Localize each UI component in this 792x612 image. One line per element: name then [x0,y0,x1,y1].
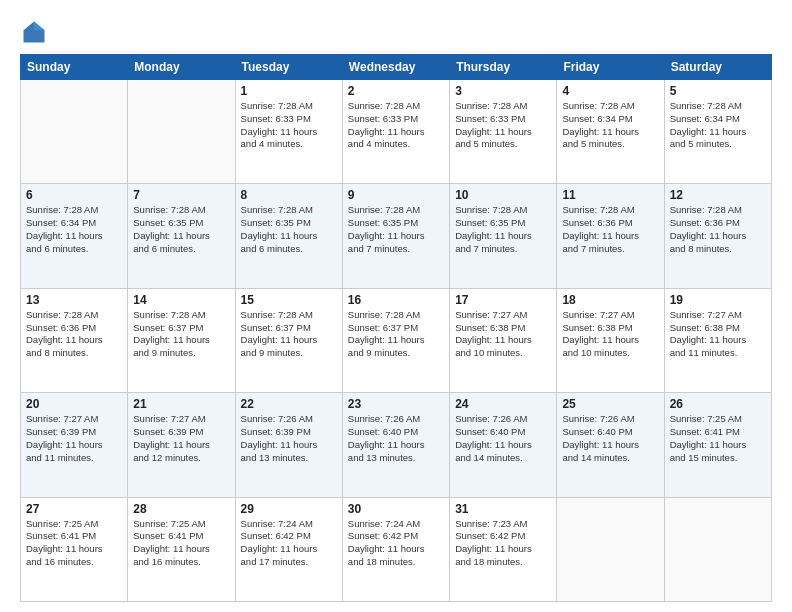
cell-line1: Sunrise: 7:28 AM [455,100,551,113]
day-number: 27 [26,502,122,516]
cell-line2: Sunset: 6:34 PM [562,113,658,126]
day-number: 26 [670,397,766,411]
cell-line1: Sunrise: 7:26 AM [241,413,337,426]
cell-line4: and 13 minutes. [348,452,444,465]
day-number: 16 [348,293,444,307]
cell-line1: Sunrise: 7:28 AM [348,309,444,322]
cell-line2: Sunset: 6:39 PM [26,426,122,439]
cell-line3: Daylight: 11 hours [348,543,444,556]
day-number: 15 [241,293,337,307]
cell-line4: and 10 minutes. [562,347,658,360]
calendar-table: SundayMondayTuesdayWednesdayThursdayFrid… [20,54,772,602]
cell-line4: and 4 minutes. [348,138,444,151]
cell-line4: and 6 minutes. [133,243,229,256]
cell-line2: Sunset: 6:35 PM [455,217,551,230]
cell-line2: Sunset: 6:38 PM [670,322,766,335]
day-number: 12 [670,188,766,202]
weekday-friday: Friday [557,55,664,80]
day-number: 21 [133,397,229,411]
cell-line3: Daylight: 11 hours [455,230,551,243]
cell-line3: Daylight: 11 hours [455,543,551,556]
calendar-cell: 31Sunrise: 7:23 AMSunset: 6:42 PMDayligh… [450,497,557,601]
cell-line4: and 9 minutes. [348,347,444,360]
day-number: 22 [241,397,337,411]
cell-line2: Sunset: 6:37 PM [241,322,337,335]
calendar-cell: 1Sunrise: 7:28 AMSunset: 6:33 PMDaylight… [235,80,342,184]
calendar-cell: 20Sunrise: 7:27 AMSunset: 6:39 PMDayligh… [21,393,128,497]
cell-line2: Sunset: 6:40 PM [455,426,551,439]
day-number: 11 [562,188,658,202]
day-number: 2 [348,84,444,98]
cell-line2: Sunset: 6:39 PM [133,426,229,439]
weekday-sunday: Sunday [21,55,128,80]
cell-line3: Daylight: 11 hours [26,439,122,452]
calendar-cell: 23Sunrise: 7:26 AMSunset: 6:40 PMDayligh… [342,393,449,497]
cell-line2: Sunset: 6:36 PM [26,322,122,335]
week-row-1: 1Sunrise: 7:28 AMSunset: 6:33 PMDaylight… [21,80,772,184]
cell-line3: Daylight: 11 hours [670,439,766,452]
cell-line1: Sunrise: 7:28 AM [133,309,229,322]
cell-line2: Sunset: 6:37 PM [133,322,229,335]
cell-line1: Sunrise: 7:28 AM [562,100,658,113]
day-number: 30 [348,502,444,516]
cell-line3: Daylight: 11 hours [670,230,766,243]
cell-line1: Sunrise: 7:27 AM [455,309,551,322]
calendar-cell: 15Sunrise: 7:28 AMSunset: 6:37 PMDayligh… [235,288,342,392]
calendar-cell: 19Sunrise: 7:27 AMSunset: 6:38 PMDayligh… [664,288,771,392]
cell-line4: and 10 minutes. [455,347,551,360]
cell-line1: Sunrise: 7:25 AM [670,413,766,426]
cell-line3: Daylight: 11 hours [241,334,337,347]
cell-line1: Sunrise: 7:28 AM [348,204,444,217]
cell-line1: Sunrise: 7:27 AM [133,413,229,426]
cell-line3: Daylight: 11 hours [562,334,658,347]
cell-line2: Sunset: 6:38 PM [562,322,658,335]
cell-line2: Sunset: 6:41 PM [26,530,122,543]
week-row-2: 6Sunrise: 7:28 AMSunset: 6:34 PMDaylight… [21,184,772,288]
cell-line2: Sunset: 6:42 PM [348,530,444,543]
cell-line1: Sunrise: 7:27 AM [670,309,766,322]
cell-line4: and 11 minutes. [670,347,766,360]
cell-line3: Daylight: 11 hours [670,126,766,139]
cell-line2: Sunset: 6:36 PM [562,217,658,230]
calendar-cell: 30Sunrise: 7:24 AMSunset: 6:42 PMDayligh… [342,497,449,601]
day-number: 10 [455,188,551,202]
cell-line4: and 16 minutes. [26,556,122,569]
cell-line4: and 11 minutes. [26,452,122,465]
day-number: 13 [26,293,122,307]
cell-line1: Sunrise: 7:28 AM [26,204,122,217]
cell-line2: Sunset: 6:40 PM [348,426,444,439]
cell-line3: Daylight: 11 hours [348,439,444,452]
cell-line3: Daylight: 11 hours [455,439,551,452]
weekday-tuesday: Tuesday [235,55,342,80]
cell-line4: and 8 minutes. [26,347,122,360]
week-row-4: 20Sunrise: 7:27 AMSunset: 6:39 PMDayligh… [21,393,772,497]
cell-line2: Sunset: 6:35 PM [348,217,444,230]
cell-line3: Daylight: 11 hours [133,230,229,243]
calendar-cell: 11Sunrise: 7:28 AMSunset: 6:36 PMDayligh… [557,184,664,288]
weekday-wednesday: Wednesday [342,55,449,80]
cell-line1: Sunrise: 7:28 AM [455,204,551,217]
cell-line1: Sunrise: 7:25 AM [133,518,229,531]
cell-line2: Sunset: 6:33 PM [455,113,551,126]
cell-line2: Sunset: 6:41 PM [670,426,766,439]
calendar-cell: 28Sunrise: 7:25 AMSunset: 6:41 PMDayligh… [128,497,235,601]
cell-line2: Sunset: 6:40 PM [562,426,658,439]
cell-line1: Sunrise: 7:23 AM [455,518,551,531]
calendar-cell: 18Sunrise: 7:27 AMSunset: 6:38 PMDayligh… [557,288,664,392]
cell-line4: and 5 minutes. [562,138,658,151]
calendar-cell: 24Sunrise: 7:26 AMSunset: 6:40 PMDayligh… [450,393,557,497]
calendar-cell: 14Sunrise: 7:28 AMSunset: 6:37 PMDayligh… [128,288,235,392]
weekday-saturday: Saturday [664,55,771,80]
cell-line3: Daylight: 11 hours [133,334,229,347]
week-row-3: 13Sunrise: 7:28 AMSunset: 6:36 PMDayligh… [21,288,772,392]
day-number: 28 [133,502,229,516]
calendar-cell [21,80,128,184]
calendar-cell: 27Sunrise: 7:25 AMSunset: 6:41 PMDayligh… [21,497,128,601]
cell-line4: and 9 minutes. [133,347,229,360]
calendar-cell: 7Sunrise: 7:28 AMSunset: 6:35 PMDaylight… [128,184,235,288]
cell-line3: Daylight: 11 hours [241,230,337,243]
header [20,18,772,46]
cell-line4: and 12 minutes. [133,452,229,465]
day-number: 25 [562,397,658,411]
cell-line3: Daylight: 11 hours [348,126,444,139]
